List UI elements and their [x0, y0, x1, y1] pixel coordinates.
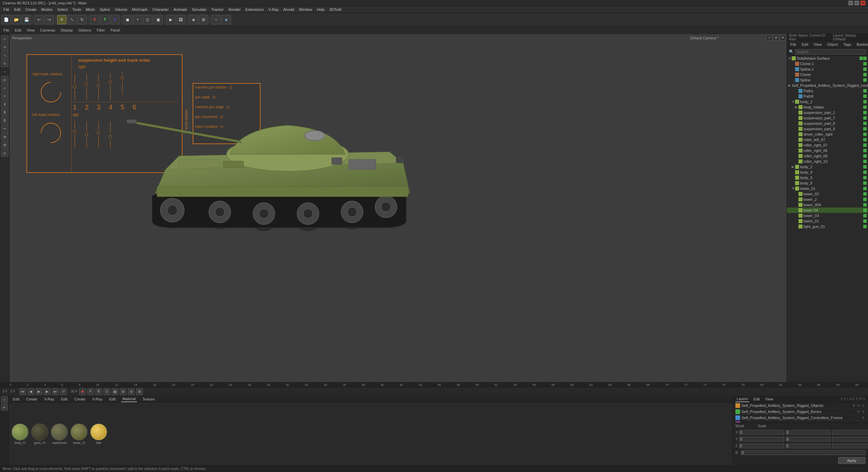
record-button[interactable]: ⏺ — [79, 388, 86, 395]
save-button[interactable]: 💾 — [22, 15, 31, 24]
tab-layers-edit[interactable]: Edit — [752, 396, 761, 402]
material-supersonic[interactable]: supersonic — [51, 424, 68, 445]
tab-vray2[interactable]: V-Ray — [91, 396, 104, 402]
tree-item-tower2[interactable]: tower_2 — [787, 197, 868, 202]
point-mode[interactable]: • — [133, 15, 142, 24]
tree-item-artillery-controller[interactable]: ▶ Self_Propelled_Artillery_System_Rigged… — [787, 83, 868, 88]
tree-item-body6[interactable]: body_6 — [787, 180, 868, 186]
menu-mesh[interactable]: Mesh — [84, 7, 97, 12]
search-input[interactable] — [795, 49, 866, 55]
tl-mode2[interactable]: ⊞ — [120, 388, 127, 395]
menu-window[interactable]: Window — [297, 7, 314, 12]
menu-tools[interactable]: Tools — [70, 7, 83, 12]
tree-item-hatch01[interactable]: hatch_01 — [787, 218, 868, 224]
prev-frame-button[interactable]: ◀ — [27, 388, 34, 395]
rph-file[interactable]: File — [789, 42, 798, 47]
y-extra-input[interactable] — [832, 437, 868, 441]
material-body-cl[interactable]: body_Cl — [12, 424, 28, 445]
render-btn[interactable]: ▶ — [166, 15, 175, 24]
x-extra-input[interactable] — [832, 430, 868, 435]
tool-move[interactable]: ✛ — [1, 43, 8, 51]
tool-magnet[interactable]: ⊕ — [1, 133, 8, 140]
layer-bones[interactable]: Self_Propelled_Artillery_System_Rigged_B… — [733, 409, 868, 415]
tool-scale[interactable]: ⤡ — [1, 52, 8, 59]
menu-3dtoai[interactable]: 3DToAI — [327, 7, 344, 12]
forward-button[interactable]: ⏭ — [52, 388, 59, 395]
tool-select[interactable]: ↖ — [1, 35, 8, 43]
menu-select[interactable]: Select — [55, 7, 70, 12]
close-button[interactable]: ✕ — [861, 1, 865, 5]
tree-item-path8[interactable]: Path8 — [787, 94, 868, 99]
rph-object[interactable]: Object — [826, 42, 839, 47]
vp-panel[interactable]: Panel — [108, 27, 122, 33]
apply-button[interactable]: Apply — [838, 457, 865, 464]
z-scale-input[interactable] — [786, 444, 831, 448]
y-scale-input[interactable] — [786, 437, 831, 441]
tool-s2[interactable]: S — [1, 117, 8, 124]
tab-layers-view[interactable]: View — [764, 396, 775, 402]
record-pos[interactable]: P — [87, 388, 94, 395]
menu-spline[interactable]: Spline — [98, 7, 112, 12]
tree-item-body1[interactable]: ▼ body_1 — [787, 99, 868, 104]
menu-animate[interactable]: Animate — [171, 7, 189, 12]
tab-edit[interactable]: Edit — [12, 396, 21, 402]
maximize-button[interactable]: □ — [854, 1, 859, 5]
next-frame-button[interactable]: ▶ — [44, 388, 51, 395]
tab-layers[interactable]: Layers — [735, 396, 749, 402]
menu-file[interactable]: File — [1, 7, 12, 12]
tree-item-cloner[interactable]: Cloner — [787, 72, 868, 77]
minimize-button[interactable]: ─ — [848, 1, 853, 5]
x-world-input[interactable] — [739, 430, 784, 435]
vp-cameras[interactable]: Cameras — [38, 27, 57, 33]
tab-vray[interactable]: V-Ray — [43, 396, 56, 402]
poly-mode[interactable]: ▣ — [153, 15, 163, 24]
tab-edit2[interactable]: Edit — [60, 396, 69, 402]
tool-paint[interactable]: ✏ — [1, 125, 8, 132]
z-axis-btn[interactable]: Z — [110, 15, 120, 24]
tree-item-tower01[interactable]: ▼ tower_01 — [787, 186, 868, 191]
tl-mode3[interactable]: ⊟ — [128, 388, 135, 395]
menu-mograph[interactable]: MoGraph — [130, 7, 150, 12]
edge-mode[interactable]: ⊏ — [143, 15, 153, 24]
record-scale[interactable]: S — [103, 388, 110, 395]
viewport-4view[interactable]: ⊞ — [199, 15, 208, 24]
rph-tags[interactable]: Tags — [842, 42, 852, 47]
scale-tool[interactable]: ⤡ — [67, 15, 77, 24]
tree-item-spline1[interactable]: Spline.1 — [787, 66, 868, 72]
menu-vray[interactable]: V-Ray — [266, 7, 281, 12]
menu-volume[interactable]: Volume — [113, 7, 130, 12]
layer-vis-icon[interactable]: S — [856, 410, 861, 414]
menu-render[interactable]: Render — [226, 7, 243, 12]
tool-knife[interactable]: ✂ — [1, 92, 8, 100]
open-button[interactable]: 📂 — [12, 15, 21, 24]
tool-s[interactable]: S — [1, 109, 8, 116]
tool-loop[interactable]: ◎ — [1, 76, 8, 83]
menu-extensions[interactable]: Extensions — [243, 7, 266, 12]
tree-item-roller-right-09[interactable]: roller_right_09 — [787, 153, 868, 159]
tree-item-body4[interactable]: body_4 — [787, 170, 868, 175]
tab-material[interactable]: Material — [121, 396, 137, 402]
tree-item-suspension-part-7[interactable]: suspension_part_7 — [787, 115, 868, 121]
rewind-button[interactable]: ⏮ — [19, 388, 26, 395]
menu-create[interactable]: Create — [23, 7, 39, 12]
tree-item-paths[interactable]: Paths — [787, 88, 868, 94]
vp-settings[interactable]: ⚙ — [773, 35, 779, 41]
tl-tool1[interactable]: ↗ — [1, 396, 8, 403]
tree-item-body2[interactable]: ▶ body_2 — [787, 164, 868, 170]
tree-item-tower04[interactable]: tower 04 — [787, 208, 868, 213]
tree-item-cloner1[interactable]: Cloner.1 — [787, 61, 868, 66]
tree-item-suspension-part-8[interactable]: suspension_part_8 — [787, 121, 868, 126]
menu-modes[interactable]: Modes — [39, 7, 55, 12]
menu-arnold[interactable]: Arnold — [281, 7, 296, 12]
vp-edit[interactable]: Edit — [13, 27, 23, 33]
rph-view[interactable]: View — [812, 42, 823, 47]
x-scale-input[interactable] — [786, 430, 831, 435]
menu-help[interactable]: Help — [315, 7, 327, 12]
tl-mode4[interactable]: ⊠ — [136, 388, 143, 395]
object-mode[interactable]: ◼ — [123, 15, 132, 24]
tree-item-tower03[interactable]: tower_03 — [787, 213, 868, 218]
tree-item-lightgun01[interactable]: light_gun_01 — [787, 224, 868, 229]
z-extra-input[interactable] — [832, 444, 868, 448]
layer-lock-icon[interactable]: L — [861, 404, 865, 408]
menu-character[interactable]: Character — [150, 7, 171, 12]
